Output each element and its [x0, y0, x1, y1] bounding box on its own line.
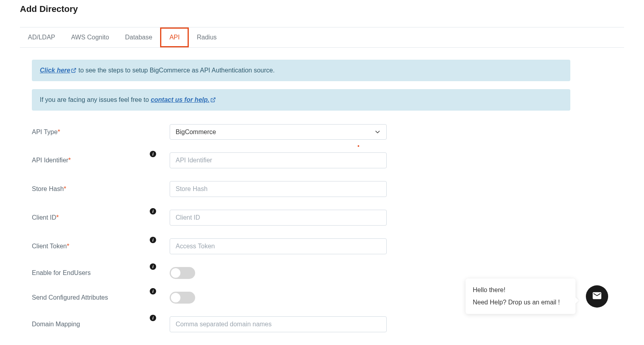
tab-aws-cognito[interactable]: AWS Cognito	[63, 27, 117, 47]
client-id-label: Client ID*	[32, 214, 150, 221]
toggle-knob	[171, 293, 180, 302]
svg-line-1	[213, 98, 215, 100]
api-identifier-label: API Identifier*	[32, 157, 150, 164]
mail-icon	[592, 290, 602, 302]
info-icon[interactable]: i	[150, 151, 156, 157]
tab-database[interactable]: Database	[117, 27, 161, 47]
domain-mapping-row: Domain Mapping i	[32, 316, 624, 332]
help-text-before: If you are facing any issues feel free t…	[40, 96, 151, 103]
client-token-input[interactable]	[170, 238, 387, 254]
help-link-text: contact us for help.	[151, 96, 209, 103]
store-hash-row: Store Hash*	[32, 181, 624, 197]
enable-endusers-label: Enable for EndUsers	[32, 269, 150, 277]
setup-info-banner: Click here to see the steps to setup Big…	[32, 60, 570, 81]
tabs-container: AD/LDAP AWS Cognito Database API Radius	[20, 27, 624, 48]
client-token-row: Client Token* i	[32, 238, 624, 254]
setup-steps-link[interactable]: Click here	[40, 67, 76, 74]
svg-line-0	[73, 68, 76, 71]
toggle-knob	[171, 268, 180, 278]
api-type-label: API Type*	[32, 129, 150, 136]
send-attributes-toggle[interactable]	[170, 292, 195, 304]
client-id-row: Client ID* i	[32, 210, 624, 226]
info-icon[interactable]: i	[150, 237, 156, 243]
info-icon[interactable]: i	[150, 263, 156, 270]
info-icon[interactable]: i	[150, 208, 156, 214]
api-identifier-row: API Identifier* i	[32, 152, 624, 168]
help-info-banner: If you are facing any issues feel free t…	[32, 89, 570, 111]
client-id-input[interactable]	[170, 210, 387, 226]
setup-link-text: Click here	[40, 67, 70, 74]
store-hash-input[interactable]	[170, 181, 387, 197]
chat-widget: Hello there! Need Help? Drop us an email…	[466, 279, 608, 314]
external-link-icon	[71, 68, 76, 73]
chat-prompt: Need Help? Drop us an email !	[473, 296, 568, 308]
contact-help-link[interactable]: contact us for help.	[151, 96, 216, 103]
setup-text-after: to see the steps to setup BigCommerce as…	[76, 67, 274, 74]
page-title: Add Directory	[20, 4, 624, 14]
info-icon[interactable]: i	[150, 288, 156, 294]
store-hash-label: Store Hash*	[32, 185, 150, 193]
api-type-row: API Type* BigCommerce	[32, 124, 624, 140]
enable-endusers-row: Enable for EndUsers i	[32, 267, 624, 279]
tab-api[interactable]: API	[160, 27, 189, 47]
send-attributes-label: Send Configured Attributes	[32, 294, 150, 301]
tab-ad-ldap[interactable]: AD/LDAP	[20, 27, 63, 47]
chat-bubble: Hello there! Need Help? Drop us an email…	[466, 279, 575, 314]
chat-greeting: Hello there!	[473, 284, 568, 296]
domain-mapping-input[interactable]	[170, 316, 387, 332]
external-link-icon	[210, 97, 216, 103]
info-icon[interactable]: i	[150, 315, 156, 321]
red-dot-indicator	[358, 145, 359, 147]
api-type-select[interactable]: BigCommerce	[170, 124, 387, 140]
chat-fab-button[interactable]	[586, 285, 608, 308]
domain-mapping-label: Domain Mapping	[32, 321, 150, 328]
api-identifier-input[interactable]	[170, 152, 387, 168]
enable-endusers-toggle[interactable]	[170, 267, 195, 279]
client-token-label: Client Token*	[32, 243, 150, 250]
tab-radius[interactable]: Radius	[189, 27, 225, 47]
